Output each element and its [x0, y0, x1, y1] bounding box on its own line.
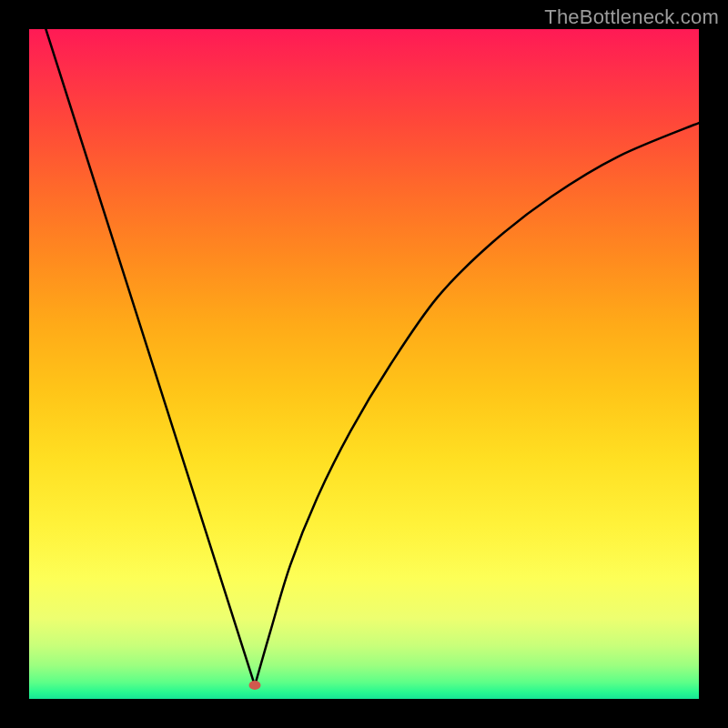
chart-frame: TheBottleneck.com: [0, 0, 728, 728]
chart-plot-area: [29, 29, 699, 699]
curve-right-branch: [255, 123, 699, 685]
chart-curve: [29, 29, 699, 699]
curve-left-branch: [46, 29, 255, 685]
watermark-text: TheBottleneck.com: [544, 5, 719, 29]
chart-minimum-marker-icon: [249, 681, 261, 690]
